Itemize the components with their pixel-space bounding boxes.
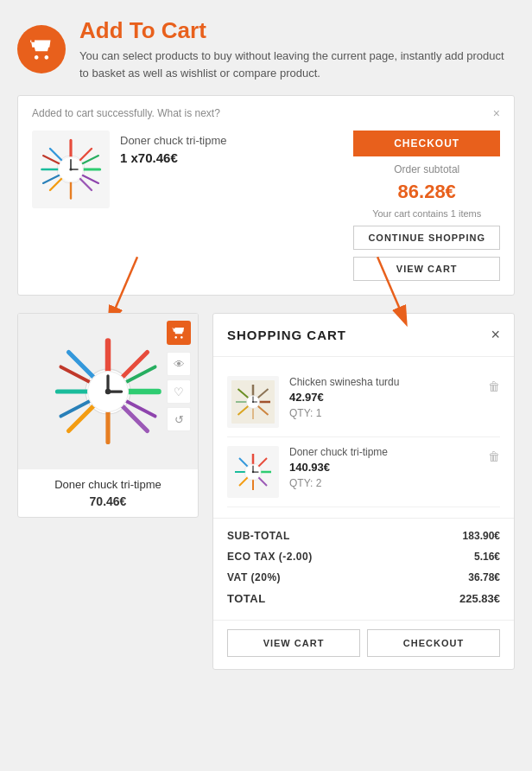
cart-item-2-image xyxy=(227,446,279,498)
notif-right-panel: CHECKOUT Order subtotal 86.28€ Your cart… xyxy=(353,131,500,281)
product-compare-icon-btn[interactable]: ↺ xyxy=(167,407,191,431)
product-wishlist-icon-btn[interactable]: ♡ xyxy=(167,379,191,404)
total-label: TOTAL xyxy=(227,592,266,605)
cart-view-cart-button[interactable]: VIEW CART xyxy=(227,629,360,657)
cart-item-2-price: 140.93€ xyxy=(289,461,478,474)
cart-item-2-name: Doner chuck tri-tipme xyxy=(289,446,478,458)
notif-product-name: Doner chuck tri-tipme xyxy=(120,134,343,147)
page-description: You can select products to buy without l… xyxy=(79,48,515,81)
cart-checkout-button[interactable]: CHECKOUT xyxy=(367,629,500,657)
cart-panel-close-btn[interactable]: × xyxy=(491,326,500,344)
cart-item: Doner chuck tri-tipme 140.93€ QTY: 2 🗑 xyxy=(227,437,500,507)
lower-section: 👁 ♡ ↺ xyxy=(17,313,515,670)
svg-point-61 xyxy=(252,471,255,474)
product-view-icon-btn[interactable]: 👁 xyxy=(167,352,191,376)
header-icon-circle xyxy=(17,25,66,73)
product-card-price: 70.46€ xyxy=(27,494,189,508)
cart-item-2-clock xyxy=(231,450,275,494)
cart-item-1-name: Chicken swinesha turdu xyxy=(289,376,478,388)
order-subtotal-label: Order subtotal xyxy=(394,163,459,175)
eco-tax-value: 5.16€ xyxy=(474,551,500,563)
clock-image xyxy=(36,135,105,204)
shopping-cart-panel: SHOPPING CART × xyxy=(212,313,515,670)
vat-row: VAT (20%) 36.78€ xyxy=(227,567,500,588)
cart-panel-header: SHOPPING CART × xyxy=(213,314,514,357)
notif-product-qty: 1 x70.46€ xyxy=(120,150,343,165)
svg-point-35 xyxy=(105,389,111,395)
product-card-cart-badge xyxy=(167,321,191,345)
cart-items-list: Chicken swinesha turdu 42.97€ QTY: 1 🗑 xyxy=(213,357,514,518)
eco-tax-row: ECO TAX (-2.00) 5.16€ xyxy=(227,546,500,567)
header-text-block: Add To Cart You can select products to b… xyxy=(79,17,515,81)
cart-contains-text: Your cart contains 1 items xyxy=(372,208,481,219)
view-cart-button-notif[interactable]: VIEW CART xyxy=(353,257,500,281)
subtotal-value: 183.90€ xyxy=(463,530,500,542)
notif-checkout-button[interactable]: CHECKOUT xyxy=(353,131,500,156)
notif-product-info: Doner chuck tri-tipme 1 x70.46€ xyxy=(120,131,343,165)
cart-item-1-image xyxy=(227,376,279,428)
cart-item-1-delete-btn[interactable]: 🗑 xyxy=(488,376,500,393)
notif-product-image xyxy=(32,131,110,208)
notification-status-text: Added to cart successfully. What is next… xyxy=(32,107,220,119)
page-header: Add To Cart You can select products to b… xyxy=(17,17,515,81)
svg-point-48 xyxy=(252,401,254,403)
notification-header: Added to cart successfully. What is next… xyxy=(32,106,500,120)
notification-close-btn[interactable]: × xyxy=(493,106,500,120)
product-card-actions: 👁 ♡ ↺ xyxy=(167,352,191,431)
notification-box: Added to cart successfully. What is next… xyxy=(17,95,515,296)
total-row: TOTAL 225.83€ xyxy=(227,588,500,609)
vat-label: VAT (20%) xyxy=(227,571,281,583)
vat-value: 36.78€ xyxy=(468,571,500,583)
product-card: 👁 ♡ ↺ xyxy=(17,313,199,518)
product-clock-image xyxy=(52,335,164,448)
cart-item: Chicken swinesha turdu 42.97€ QTY: 1 🗑 xyxy=(227,367,500,437)
eco-tax-label: ECO TAX (-2.00) xyxy=(227,551,313,563)
cart-item-1-qty: QTY: 1 xyxy=(289,407,478,419)
notification-content: Doner chuck tri-tipme 1 x70.46€ CHECKOUT… xyxy=(32,131,500,281)
product-card-info: Doner chuck tri-tipme 70.46€ xyxy=(18,469,198,517)
subtotal-row: SUB-TOTAL 183.90€ xyxy=(227,526,500,546)
cart-item-2-qty: QTY: 2 xyxy=(289,477,478,489)
cart-totals: SUB-TOTAL 183.90€ ECO TAX (-2.00) 5.16€ … xyxy=(213,518,514,620)
cart-item-2-details: Doner chuck tri-tipme 140.93€ QTY: 2 xyxy=(289,446,478,489)
subtotal-label: SUB-TOTAL xyxy=(227,530,290,542)
cart-icon xyxy=(29,37,54,61)
product-card-name: Doner chuck tri-tipme xyxy=(27,478,189,491)
cart-item-1-clock xyxy=(231,380,275,424)
total-value: 225.83€ xyxy=(459,592,500,605)
page-title: Add To Cart xyxy=(79,17,515,44)
continue-shopping-button[interactable]: CONTINUE SHOPPING xyxy=(353,226,500,250)
cart-panel-title: SHOPPING CART xyxy=(227,328,346,342)
product-card-image-area: 👁 ♡ ↺ xyxy=(18,314,198,469)
cart-bottom-buttons: VIEW CART CHECKOUT xyxy=(213,620,514,669)
cart-item-1-price: 42.97€ xyxy=(289,391,478,404)
cart-item-1-details: Chicken swinesha turdu 42.97€ QTY: 1 xyxy=(289,376,478,419)
order-subtotal-value: 86.28€ xyxy=(398,182,456,201)
cart-item-2-delete-btn[interactable]: 🗑 xyxy=(488,446,500,463)
svg-point-16 xyxy=(69,169,72,171)
